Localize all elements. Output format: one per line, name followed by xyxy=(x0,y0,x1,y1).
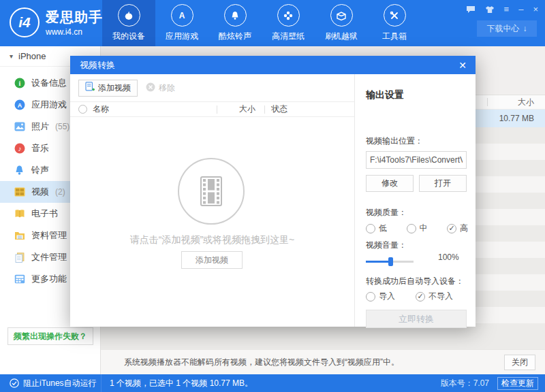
dialog-toolbar: 添加视频 移除 xyxy=(70,74,354,101)
bell-icon xyxy=(224,4,247,27)
operation-failure-help-button[interactable]: 频繁出现操作失败？ xyxy=(7,327,93,345)
convert-now-button[interactable]: 立即转换 xyxy=(366,310,467,328)
quality-high-radio[interactable]: 高 xyxy=(447,223,468,234)
operation-failure-help-label: 频繁出现操作失败？ xyxy=(14,331,87,342)
nav-tab-jailbreak[interactable]: 刷机越狱 xyxy=(315,0,368,46)
quality-mid-label: 中 xyxy=(420,223,428,234)
nav-tab-label: 酷炫铃声 xyxy=(219,31,251,42)
flower-icon xyxy=(277,4,300,27)
nav-tab-ringtones[interactable]: 酷炫铃声 xyxy=(208,0,262,46)
column-divider xyxy=(264,105,265,114)
nav-tab-label: 高清壁纸 xyxy=(272,31,305,42)
import-no-radio[interactable]: 不导入 xyxy=(416,291,453,302)
notice-close-button[interactable]: 关闭 xyxy=(504,355,535,370)
sidebar-item-label: 视频 xyxy=(31,186,49,198)
modify-label: 修改 xyxy=(382,178,398,189)
auto-import-label: 转换成功后自动导入设备： xyxy=(366,276,464,287)
slider-empty-track xyxy=(393,261,414,263)
sidebar-item-label: 应用游戏 xyxy=(31,99,67,111)
dialog-close-icon[interactable]: ✕ xyxy=(456,60,469,71)
svg-text:i: i xyxy=(18,80,20,87)
import-yes-radio[interactable]: 导入 xyxy=(366,291,395,302)
add-video-label: 添加视频 xyxy=(98,82,131,94)
remove-video-button[interactable]: 移除 xyxy=(146,82,175,94)
nav-tab-label: 我的设备 xyxy=(112,31,145,42)
apple-icon xyxy=(118,4,140,27)
app-url: www.i4.cn xyxy=(46,27,103,37)
import-no-label: 不导入 xyxy=(429,291,453,302)
volume-label: 视频音量： xyxy=(366,240,407,251)
convert-list-empty-state: 请点击“添加视频”或将视频拖拽到这里~ 添加视频 xyxy=(70,117,354,327)
grid-more-icon xyxy=(14,274,25,285)
quality-mid-radio[interactable]: 中 xyxy=(407,223,428,234)
add-file-icon xyxy=(85,82,95,94)
i4-logo-icon: i4 xyxy=(10,7,40,37)
quality-label: 视频质量： xyxy=(366,207,407,218)
check-update-button[interactable]: 检查更新 xyxy=(497,377,538,390)
open-path-button[interactable]: 打开 xyxy=(419,175,467,192)
download-icon: ↓ xyxy=(523,24,527,33)
sidebar-item-label: 照片 xyxy=(31,120,49,133)
status-column-header[interactable]: 状态 xyxy=(271,103,287,115)
svg-text:♪: ♪ xyxy=(18,145,21,152)
selection-summary: 1 个视频，已选中 1 个视频 10.77 MB。 xyxy=(110,378,441,389)
app-store-icon: A xyxy=(171,4,193,27)
app-window: i4 爱思助手 www.i4.cn 我的设备 A 应用游戏 xyxy=(0,0,545,392)
app-logo: i4 爱思助手 www.i4.cn xyxy=(10,7,103,37)
size-column-header[interactable]: 大小 xyxy=(518,97,534,108)
download-center-label: 下载中心 xyxy=(487,23,520,35)
volume-value: 100% xyxy=(438,252,459,262)
sidebar-item-label: 设备信息 xyxy=(31,77,67,89)
remove-circle-icon xyxy=(146,82,155,94)
notice-bar: 系统视频播放器不能解码所有视频，建议您将视频文件导入到“视频应用”中。 关闭 xyxy=(101,349,545,374)
device-name: iPhone xyxy=(18,51,46,61)
add-video-button[interactable]: 添加视频 xyxy=(181,251,243,269)
nav-tab-app-games[interactable]: A 应用游戏 xyxy=(155,0,208,46)
output-settings-panel: 输出设置 视频输出位置： 修改 打开 视频质量： 低 中 xyxy=(354,74,476,327)
notice-close-label: 关闭 xyxy=(512,357,528,368)
skin-icon[interactable] xyxy=(485,5,495,14)
slider-handle[interactable] xyxy=(388,257,393,266)
block-itunes-label: 阻止iTunes自动运行 xyxy=(23,378,97,389)
nav-tab-wallpapers[interactable]: 高清壁纸 xyxy=(262,0,315,46)
sidebar-item-label: 铃声 xyxy=(31,164,49,176)
video-film-icon xyxy=(14,186,25,198)
sidebar-item-count: (2) xyxy=(55,187,65,197)
video-size-cell: 10.77 MB xyxy=(499,114,534,123)
download-center-button[interactable]: 下载中心 ↓ xyxy=(477,20,537,37)
select-all-checkbox[interactable] xyxy=(78,105,87,114)
video-convert-dialog: 视频转换 ✕ 添加视频 移除 名称 大小 状态 xyxy=(70,56,476,327)
sidebar-item-label: 更多功能 xyxy=(31,273,67,285)
block-itunes-toggle[interactable]: 阻止iTunes自动运行 xyxy=(0,378,101,389)
menu-icon[interactable]: ≡ xyxy=(504,4,510,15)
feedback-icon[interactable] xyxy=(466,5,476,14)
minimize-icon[interactable]: – xyxy=(518,4,523,15)
app-store-blue-icon: A xyxy=(14,99,25,111)
radio-checked-icon xyxy=(416,292,425,301)
column-divider xyxy=(217,105,217,114)
name-column-header[interactable]: 名称 xyxy=(93,103,109,115)
import-radio-group: 导入 不导入 xyxy=(366,291,453,302)
quality-high-label: 高 xyxy=(460,223,468,234)
notice-text: 系统视频播放器不能解码所有视频，建议您将视频文件导入到“视频应用”中。 xyxy=(124,357,399,368)
radio-unchecked-icon xyxy=(366,224,375,233)
files-icon xyxy=(14,252,25,263)
modify-path-button[interactable]: 修改 xyxy=(366,175,414,192)
volume-slider[interactable] xyxy=(366,257,431,266)
slider-filled-track xyxy=(366,261,388,263)
top-bar: i4 爱思助手 www.i4.cn 我的设备 A 应用游戏 xyxy=(0,0,545,46)
close-window-icon[interactable]: × xyxy=(533,4,538,15)
output-path-input[interactable] xyxy=(366,151,467,169)
quality-low-radio[interactable]: 低 xyxy=(366,223,387,234)
add-video-toolbar-button[interactable]: 添加视频 xyxy=(78,80,138,97)
film-strip-icon xyxy=(178,158,245,225)
sidebar-item-label: 音乐 xyxy=(31,142,49,154)
nav-tab-my-device[interactable]: 我的设备 xyxy=(102,0,155,46)
nav-tab-toolbox[interactable]: 工具箱 xyxy=(368,0,421,46)
size-column-header[interactable]: 大小 xyxy=(239,103,255,115)
nav-tab-label: 工具箱 xyxy=(382,31,407,42)
tools-icon xyxy=(384,4,406,27)
music-icon: ♪ xyxy=(14,143,25,154)
quality-low-label: 低 xyxy=(379,223,387,234)
quality-radio-group: 低 中 高 xyxy=(366,223,468,234)
